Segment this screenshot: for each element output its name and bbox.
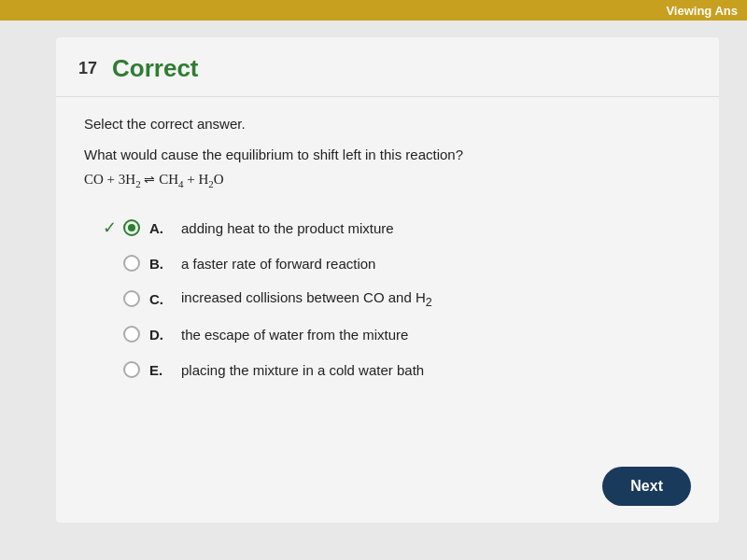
question-body: Select the correct answer. What would ca… xyxy=(56,97,719,404)
answer-text-e: placing the mixture in a cold water bath xyxy=(181,362,424,378)
letter-a: A. xyxy=(149,220,168,236)
question-number: 17 xyxy=(78,59,97,78)
letter-e: E. xyxy=(149,362,168,378)
letter-c: C. xyxy=(149,291,168,307)
equation: CO + 3H2 ⇌ CH4 + H2O xyxy=(84,172,691,189)
radio-b xyxy=(123,255,140,272)
answer-item-b[interactable]: ✓ B. a faster rate of forward reaction xyxy=(103,253,691,273)
radio-a xyxy=(123,219,140,236)
answer-item-a[interactable]: ✓ A. adding heat to the product mixture xyxy=(103,217,691,238)
answer-text-d: the escape of water from the mixture xyxy=(181,327,408,343)
question-text: What would cause the equilibrium to shif… xyxy=(84,147,691,162)
letter-b: B. xyxy=(149,256,168,272)
next-button[interactable]: Next xyxy=(602,467,691,506)
radio-e xyxy=(123,361,140,378)
answer-text-b: a faster rate of forward reaction xyxy=(181,256,375,272)
radio-c xyxy=(123,290,140,307)
top-bar-text: Viewing Ans xyxy=(666,4,738,18)
answers-list: ✓ A. adding heat to the product mixture … xyxy=(103,217,691,380)
answer-item-d[interactable]: ✓ D. the escape of water from the mixtur… xyxy=(103,324,691,344)
answer-item-e[interactable]: ✓ E. placing the mixture in a cold water… xyxy=(103,359,691,380)
answer-text-c: increased collisions between CO and H2 xyxy=(181,289,432,309)
question-header: 17 Correct xyxy=(56,37,719,97)
instruction-text: Select the correct answer. xyxy=(84,116,691,132)
main-content: 17 Correct Select the correct answer. Wh… xyxy=(56,37,719,523)
answer-item-c[interactable]: ✓ C. increased collisions between CO and… xyxy=(103,288,691,309)
radio-d xyxy=(123,326,140,343)
correct-label: Correct xyxy=(112,54,198,83)
check-mark-a: ✓ xyxy=(103,217,120,238)
letter-d: D. xyxy=(149,327,168,343)
top-bar: Viewing Ans xyxy=(0,0,747,21)
answer-text-a: adding heat to the product mixture xyxy=(181,220,394,236)
